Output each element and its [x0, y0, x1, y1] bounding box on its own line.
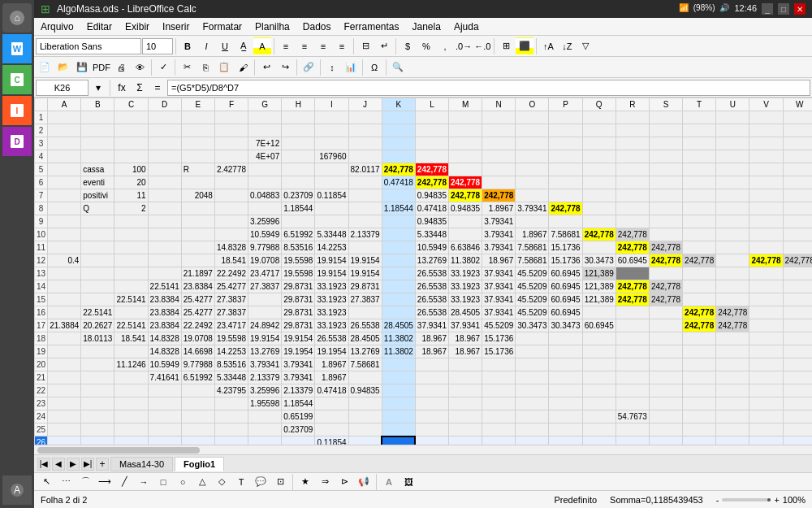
cell-j13[interactable]: 19.9154	[348, 267, 382, 280]
cell-i14[interactable]: 33.1923	[315, 280, 348, 293]
cell-e1[interactable]	[181, 111, 214, 124]
cell-e2[interactable]	[181, 124, 214, 137]
cell-w18[interactable]	[783, 332, 812, 345]
cell-n19[interactable]: 15.1736	[482, 345, 516, 358]
cell-c19[interactable]	[114, 345, 148, 358]
cell-g24[interactable]	[248, 410, 282, 423]
cell-q10[interactable]: 242,778	[582, 228, 615, 241]
cell-g21[interactable]: 2.13379	[248, 371, 282, 384]
cell-t11[interactable]	[683, 241, 716, 254]
cell-p25[interactable]	[549, 423, 582, 436]
cell-p23[interactable]	[549, 397, 582, 410]
tab-nav-prev[interactable]: ◀	[52, 458, 65, 471]
cell-a5[interactable]	[48, 163, 81, 176]
cell-w6[interactable]	[783, 176, 812, 189]
cell-p18[interactable]	[549, 332, 582, 345]
menu-janela[interactable]: Janela	[406, 20, 447, 34]
cell-s21[interactable]	[649, 371, 682, 384]
cell-v1[interactable]	[749, 111, 783, 124]
font-color-button[interactable]: A̲	[235, 37, 253, 55]
draw-basic-shapes[interactable]: ⊡	[271, 473, 289, 491]
sort-asc[interactable]: ↑A	[539, 37, 557, 55]
cell-b24[interactable]	[81, 410, 114, 423]
cell-e11[interactable]	[181, 241, 214, 254]
tab-nav-last[interactable]: ▶|	[81, 458, 94, 471]
cell-i10[interactable]: 5.33448	[315, 228, 348, 241]
cell-a19[interactable]	[48, 345, 81, 358]
cell-w5[interactable]	[783, 163, 812, 176]
font-size-input[interactable]: 10	[142, 38, 173, 54]
cell-u26[interactable]	[716, 436, 749, 445]
cell-c1[interactable]	[114, 111, 148, 124]
cell-m9[interactable]	[449, 215, 482, 228]
cell-w10[interactable]	[783, 228, 812, 241]
row-23[interactable]: 23	[35, 397, 48, 410]
cell-i17[interactable]: 33.1923	[315, 319, 348, 332]
cell-s10[interactable]	[649, 228, 682, 241]
cell-s15[interactable]: 242,778	[649, 293, 682, 306]
cell-c22[interactable]	[114, 384, 148, 397]
cell-t3[interactable]	[683, 137, 716, 150]
cell-i8[interactable]	[315, 202, 348, 215]
cell-l22[interactable]	[415, 384, 448, 397]
cell-o16[interactable]: 45.5209	[516, 306, 549, 319]
formula-input[interactable]: =(G5*D5)/D8^D7	[167, 80, 810, 96]
cell-r7[interactable]	[615, 189, 649, 202]
cell-r25[interactable]	[615, 423, 649, 436]
col-header-k[interactable]: K	[382, 98, 415, 111]
cell-h21[interactable]: 3.79341	[282, 371, 315, 384]
cell-k18[interactable]: 11.3802	[382, 332, 415, 345]
cell-c15[interactable]: 22.5141	[114, 293, 148, 306]
cell-f8[interactable]	[214, 202, 248, 215]
cell-e14[interactable]: 23.8384	[181, 280, 214, 293]
cell-t6[interactable]	[683, 176, 716, 189]
row-21[interactable]: 21	[35, 371, 48, 384]
cell-g8[interactable]	[248, 202, 282, 215]
cell-o1[interactable]	[516, 111, 549, 124]
cell-j21[interactable]	[348, 371, 382, 384]
cell-b21[interactable]	[81, 371, 114, 384]
cell-j22[interactable]: 0.94835	[348, 384, 382, 397]
cell-d18[interactable]: 14.8328	[148, 332, 181, 345]
cell-t12[interactable]: 242,778	[683, 254, 716, 267]
cell-p1[interactable]	[549, 111, 582, 124]
cell-k23[interactable]	[382, 397, 415, 410]
cell-p17[interactable]: 30.3473	[549, 319, 582, 332]
cell-e6[interactable]	[181, 176, 214, 189]
cell-i11[interactable]: 14.2253	[315, 241, 348, 254]
cell-t9[interactable]	[683, 215, 716, 228]
cell-d23[interactable]	[148, 397, 181, 410]
row-13[interactable]: 13	[35, 267, 48, 280]
cell-o12[interactable]: 7.58681	[516, 254, 549, 267]
tab-nav-first[interactable]: |◀	[37, 458, 50, 471]
cell-g19[interactable]: 13.2769	[248, 345, 282, 358]
cell-j8[interactable]	[348, 202, 382, 215]
cell-h2[interactable]	[282, 124, 315, 137]
cell-m16[interactable]: 28.4505	[449, 306, 482, 319]
cell-v2[interactable]	[749, 124, 783, 137]
cell-l2[interactable]	[415, 124, 448, 137]
cell-ref-dropdown[interactable]: ▾	[90, 80, 106, 96]
cell-r20[interactable]	[615, 358, 649, 371]
cell-p26[interactable]	[549, 436, 582, 445]
cell-c9[interactable]	[114, 215, 148, 228]
cell-c20[interactable]: 11.1246	[114, 358, 148, 371]
cell-r12[interactable]: 60.6945	[615, 254, 649, 267]
cell-b8[interactable]: Q	[81, 202, 114, 215]
cell-q16[interactable]	[582, 306, 615, 319]
zoom-slider[interactable]: - + 100%	[716, 495, 806, 505]
cell-d15[interactable]: 23.8384	[148, 293, 181, 306]
cell-n14[interactable]: 37.9341	[482, 280, 516, 293]
cell-p12[interactable]: 15.1736	[549, 254, 582, 267]
cell-b5[interactable]: cassa	[81, 163, 114, 176]
cell-t21[interactable]	[683, 371, 716, 384]
cell-q21[interactable]	[582, 371, 615, 384]
cell-a12[interactable]: 0.4	[48, 254, 81, 267]
cell-f20[interactable]: 8.53516	[214, 358, 248, 371]
cell-l17[interactable]: 37.9341	[415, 319, 448, 332]
cell-j26[interactable]	[348, 436, 382, 445]
cell-u13[interactable]	[716, 267, 749, 280]
cell-p7[interactable]	[549, 189, 582, 202]
cell-d2[interactable]	[148, 124, 181, 137]
cell-u10[interactable]	[716, 228, 749, 241]
